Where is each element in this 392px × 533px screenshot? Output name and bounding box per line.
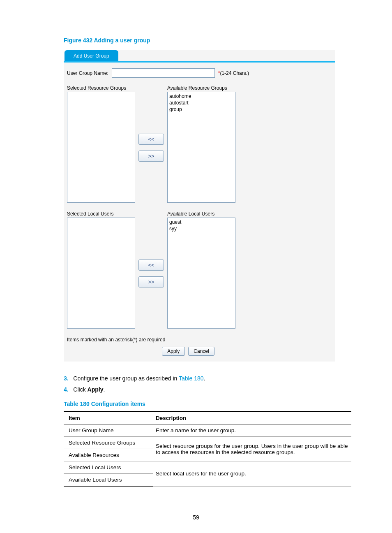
required-note: Items marked with an asterisk(*) are req… xyxy=(67,337,335,343)
resource-move-right-button[interactable]: >> xyxy=(138,151,164,162)
table-row: Selected Resource Groups Select resource… xyxy=(64,437,351,449)
table-cell: Selected Local Users xyxy=(64,461,153,474)
table-cell: User Group Name xyxy=(64,424,153,437)
group-name-label: User Group Name: xyxy=(67,70,108,76)
resource-groups-shuttle: Selected Resource Groups << >> Available… xyxy=(67,85,335,203)
table-cell: Select resource groups for the user grou… xyxy=(153,437,351,461)
available-local-users-label: Available Local Users xyxy=(167,211,235,217)
available-resource-groups-label: Available Resource Groups xyxy=(167,85,235,91)
list-item[interactable]: autostart xyxy=(169,100,233,106)
table-cell: Available Local Users xyxy=(64,474,153,487)
users-move-right-button[interactable]: >> xyxy=(138,276,164,287)
step-bold-text: Apply xyxy=(88,386,104,393)
selected-local-users-list[interactable] xyxy=(67,218,135,329)
table-cell: Available Resources xyxy=(64,449,153,461)
tab-add-user-group[interactable]: Add User Group xyxy=(65,50,118,62)
available-resource-groups-list[interactable]: autohome autostart group xyxy=(167,92,235,203)
step-text: . xyxy=(204,375,205,382)
table-header-item: Item xyxy=(64,412,153,424)
step-text: Configure the user group as described in xyxy=(73,375,179,382)
figure-title: Figure 432 Adding a user group xyxy=(64,37,353,44)
users-move-left-button[interactable]: << xyxy=(138,260,164,271)
list-item[interactable]: syy xyxy=(169,225,233,232)
local-users-shuttle: Selected Local Users << >> Available Loc… xyxy=(67,211,335,329)
step-number: 4. xyxy=(64,386,69,393)
page-number: 59 xyxy=(0,514,392,521)
field-hint: (1-24 Chars.) xyxy=(220,70,249,76)
table-row: User Group Name Enter a name for the use… xyxy=(64,424,351,437)
list-item[interactable]: guest xyxy=(169,219,233,225)
table-180-link[interactable]: Table 180 xyxy=(179,375,204,382)
table-cell: Enter a name for the user group. xyxy=(153,424,351,437)
selected-resource-groups-list[interactable] xyxy=(67,92,135,203)
selected-resource-groups-label: Selected Resource Groups xyxy=(67,85,135,91)
instruction-steps: 3. Configure the user group as described… xyxy=(64,373,353,395)
configuration-items-table: Item Description User Group Name Enter a… xyxy=(64,411,351,487)
list-item[interactable]: autohome xyxy=(169,93,233,100)
cancel-button[interactable]: Cancel xyxy=(188,347,214,356)
step-number: 3. xyxy=(64,375,69,382)
apply-button[interactable]: Apply xyxy=(162,347,185,356)
panel-tabbar: Add User Group xyxy=(64,50,335,63)
available-local-users-list[interactable]: guest syy xyxy=(167,218,235,329)
step-text: Click xyxy=(73,386,87,393)
table-cell: Select local users for the user group. xyxy=(153,461,351,487)
table-row: Selected Local Users Select local users … xyxy=(64,461,351,474)
resource-move-left-button[interactable]: << xyxy=(138,134,164,145)
selected-local-users-label: Selected Local Users xyxy=(67,211,135,217)
table-header-description: Description xyxy=(153,412,351,424)
group-name-row: User Group Name: *(1-24 Chars.) xyxy=(67,68,335,78)
add-user-group-panel: Add User Group User Group Name: *(1-24 C… xyxy=(64,50,335,362)
table-cell: Selected Resource Groups xyxy=(64,437,153,449)
group-name-input[interactable] xyxy=(112,68,215,78)
tab-underline xyxy=(64,61,335,63)
step-text: . xyxy=(103,386,105,393)
table-title: Table 180 Configuration items xyxy=(64,401,353,407)
list-item[interactable]: group xyxy=(169,106,233,113)
